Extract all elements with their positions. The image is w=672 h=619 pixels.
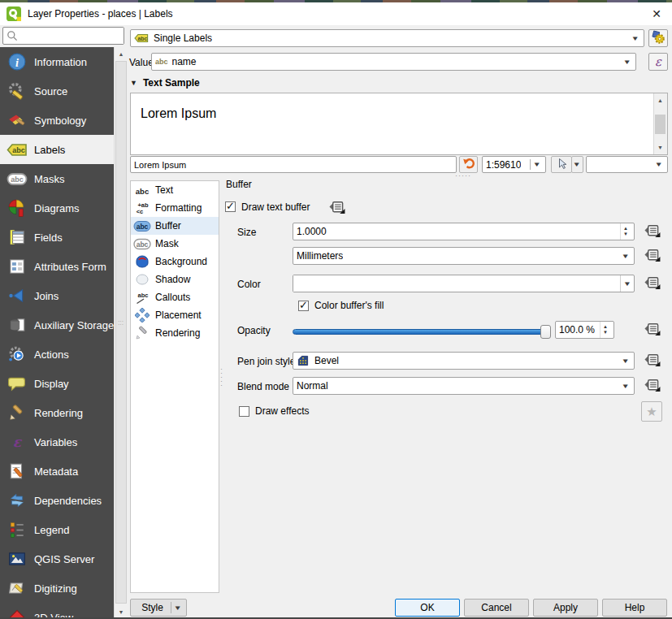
scroll-up-icon[interactable]: ▲ [654,94,666,106]
help-button[interactable]: Help [602,599,667,617]
source-icon [7,82,28,100]
apply-button[interactable]: Apply [533,599,598,617]
dependencies-icon [7,491,28,509]
blend-mode-label: Blend mode [237,381,289,392]
spin-arrows-icon[interactable]: ▲▼ [600,322,610,338]
spin-arrows-icon[interactable]: ▲▼ [620,223,631,240]
opacity-data-defined-button[interactable] [640,321,663,339]
tab-callouts[interactable]: abcCallouts [131,288,219,306]
chevron-down-icon: ▼ [631,35,642,42]
sidebar-item-digitizing[interactable]: Digitizing [0,574,114,603]
search-input[interactable] [19,28,124,44]
close-icon[interactable]: ✕ [648,6,665,22]
auto-placement-settings-button[interactable] [648,29,668,47]
splitter-grip-vertical[interactable]: ····· [220,367,223,387]
data-defined-override-icon [642,321,661,339]
chevron-down-icon: ▼ [655,161,665,168]
ok-button[interactable]: OK [395,599,460,617]
tab-placement[interactable]: Placement [131,306,219,324]
draw-effects-checkbox[interactable] [239,406,249,417]
sidebar-item-rendering[interactable]: Rendering [0,398,114,427]
preview-background-combo[interactable]: ▼ [586,156,668,173]
tab-formatting[interactable]: +ab<cFormatting [131,199,219,217]
units-data-defined-button[interactable] [640,247,663,265]
sample-text-input[interactable] [134,160,453,170]
sidebar-item-auxiliary-storage[interactable]: Auxiliary Storage [0,310,114,340]
tab-rendering-icon [132,326,152,340]
scale-value: 1:59610 [486,159,521,171]
blend-mode-value: Normal [297,380,328,392]
blend-data-defined-button[interactable] [640,377,663,395]
tab-background[interactable]: Background [131,253,219,271]
cancel-button[interactable]: Cancel [464,599,529,617]
text-sample-title: Text Sample [143,77,200,89]
color-buffer-fill-checkbox[interactable] [298,301,309,311]
effects-customize-button[interactable]: ★ [641,401,662,422]
color-data-defined-button[interactable] [640,275,663,292]
text-sample-header[interactable]: ▼ Text Sample [130,77,200,89]
sidebar-item-information[interactable]: iInformation [0,47,114,76]
sidebar-item-legend[interactable]: Legend [0,515,114,544]
buffer-units-combo[interactable]: Millimeters ▼ [293,247,635,265]
sidebar-item-label: Dependencies [34,495,102,507]
expression-builder-button[interactable]: ε [648,53,668,71]
buffer-units-value: Millimeters [297,250,343,262]
style-menu-button[interactable]: Style ▼ [130,599,187,617]
sidebar-item-variables[interactable]: εVariables [0,427,114,457]
sidebar-item-attributes-form[interactable]: Attributes Form [0,252,114,281]
value-label: Value [129,57,154,68]
value-field-combo[interactable]: abc name ▼ [151,53,636,71]
sidebar-item-symbology[interactable]: Symbology [0,106,114,135]
tab-buffer[interactable]: abcBuffer [131,217,219,235]
map-tool-dropdown[interactable]: ▼ [571,156,583,173]
scroll-down-icon[interactable]: ▼ [654,141,666,154]
tab-mask[interactable]: abcMask [131,235,219,253]
color-dropdown[interactable]: ▼ [620,275,634,292]
splitter-grip[interactable]: ····· [455,171,471,180]
size-data-defined-button[interactable] [640,223,663,240]
tab-rendering[interactable]: Rendering [131,324,219,342]
sidebar-item-qgis-server[interactable]: QGIS Server [0,544,114,574]
draw-text-buffer-checkbox[interactable] [225,201,236,212]
sidebar-item-actions[interactable]: Actions [0,340,114,369]
sidebar-item-diagrams[interactable]: Diagrams [0,193,114,223]
tab-shadow[interactable]: Shadow [131,271,219,288]
scrollbar-thumb[interactable] [115,61,127,604]
sidebar-item-3d-view[interactable]: 3D View [0,603,114,619]
sidebar-item-source[interactable]: Source [0,76,114,106]
chevron-down-icon: ▼ [623,280,631,288]
data-defined-override-icon[interactable] [327,199,346,214]
pen-join-data-defined-button[interactable] [640,352,663,370]
chevron-down-icon: ▼ [622,253,632,260]
sidebar-item-dependencies[interactable]: Dependencies [0,486,114,515]
map-tool-button[interactable] [551,156,572,173]
slider-handle[interactable] [540,325,551,339]
placement-gear-icon [651,30,665,47]
pen-join-style-value: Bevel [314,355,339,366]
pen-join-style-combo[interactable]: Bevel ▼ [293,352,635,370]
sidebar-item-fields[interactable]: Fields [0,223,114,252]
search-box[interactable] [2,27,124,45]
scroll-up-icon[interactable]: ▲ [115,47,128,61]
tab-text-icon: abc [132,183,152,197]
preview-scrollbar[interactable]: ▲ ▼ [653,93,667,154]
buffer-size-spinbox[interactable]: 1.0000 ▲▼ [293,223,635,240]
scale-combo[interactable]: 1:59610 ▼ [482,156,546,173]
scrollbar-thumb[interactable] [655,115,665,134]
sidebar-item-masks[interactable]: abcMasks [0,164,114,193]
sample-text-field[interactable] [130,156,457,173]
opacity-slider[interactable] [293,325,551,339]
opacity-spinbox[interactable]: 100.0 % ▲▼ [555,321,614,339]
tab-text[interactable]: abcText [131,181,219,199]
opacity-value: 100.0 % [559,324,595,335]
label-method-combo[interactable]: abc Single Labels ▼ [130,29,644,47]
tab-label: Formatting [155,202,202,214]
sidebar-scrollbar[interactable]: ▲ ······ ▼ [114,47,128,619]
sidebar-item-display[interactable]: Display [0,369,114,398]
blend-mode-combo[interactable]: Normal ▼ [293,377,635,395]
buffer-color-button[interactable]: ▼ [293,275,635,292]
sidebar-item-metadata[interactable]: Metadata [0,457,114,486]
sidebar-item-joins[interactable]: Joins [0,281,114,310]
reset-sample-button[interactable] [459,156,478,173]
sidebar-item-labels[interactable]: abcLabels [0,135,114,164]
